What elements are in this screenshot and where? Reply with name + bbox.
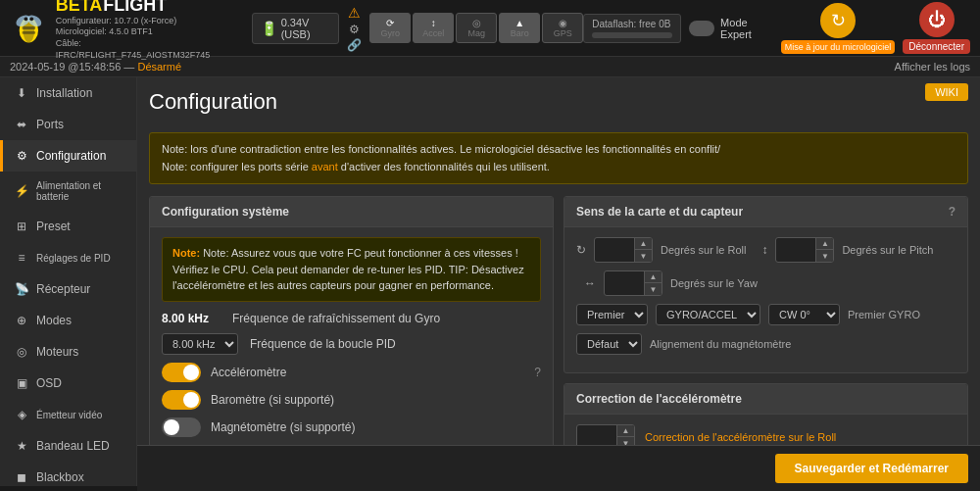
yaw-spinner-btns: ▲ ▼: [644, 271, 662, 295]
sidebar-item-pid[interactable]: ≡ Réglages de PID: [0, 242, 136, 273]
sens-select1[interactable]: Premier: [576, 304, 648, 325]
section-system-config: Configuration système Note: Note: Assure…: [149, 196, 554, 456]
logo-sub3: Câble: IFRC/RFLIGHT_F745_AIOSTM32F745: [56, 38, 232, 61]
sidebar-item-installation[interactable]: ⬇ Installation: [0, 77, 136, 109]
topbar: BETA FLIGHT Configurateur: 10.7.0 (x-For…: [0, 0, 980, 57]
mode-expert: Mode Expert: [689, 17, 772, 40]
logo-beta: BETA: [56, 0, 103, 16]
pitch-down[interactable]: ▼: [815, 250, 833, 262]
sensor-gps[interactable]: ◉ GPS: [542, 13, 583, 43]
col-right: Sens de la carte et du capteur ? ↻ 0 ▲ ▼: [564, 196, 968, 486]
mag-toggle[interactable]: [162, 417, 201, 437]
sidebar-item-moteurs[interactable]: ◎ Moteurs: [0, 336, 136, 368]
sensor-accel[interactable]: ↕ Accel: [413, 13, 454, 43]
logo-text: BETA FLIGHT Configurateur: 10.7.0 (x-For…: [56, 0, 232, 61]
sidebar: ⬇ Installation ⬌ Ports ⚙ Configuration ⚡…: [0, 77, 137, 486]
sidebar-label-bandeau: Bandeau LED: [36, 439, 110, 453]
pitch-icon: ↕: [761, 243, 767, 257]
pitch-up[interactable]: ▲: [815, 238, 833, 250]
voltage-value: 0.34V (USB): [281, 17, 331, 40]
yaw-spinner: 0 ▲ ▼: [604, 270, 662, 296]
yaw-label: Degrés sur le Yaw: [670, 277, 758, 289]
accel-roll-input[interactable]: 0: [577, 428, 616, 446]
status-timestamp: 2024-05-19 @15:48:56 — Désarmé: [10, 61, 181, 73]
mag-select[interactable]: Défaut: [576, 333, 642, 355]
roll-input[interactable]: 0: [595, 241, 634, 259]
sensor-group: ⟳ Gyro ↕ Accel ◎ Mag ▲ Baro ◉ GPS: [369, 13, 583, 43]
sidebar-item-recepteur[interactable]: 📡 Récepteur: [0, 273, 136, 305]
sidebar-item-modes[interactable]: ⊕ Modes: [0, 305, 136, 336]
sidebar-label-pid: Réglages de PID: [36, 253, 111, 264]
pitch-spinner-btns: ▲ ▼: [815, 238, 833, 262]
sensor-gyro-icon: ⟳: [386, 18, 394, 28]
sidebar-label-configuration: Configuration: [36, 149, 106, 163]
sensor-gyro[interactable]: ⟳ Gyro: [369, 13, 411, 43]
yaw-down[interactable]: ▼: [644, 283, 662, 295]
bottombar: Sauvegarder et Redémarrer: [137, 445, 980, 491]
update-button[interactable]: Mise à jour du micrologiciel: [781, 40, 896, 54]
wiki-button[interactable]: WIKI: [925, 83, 968, 101]
baro-label: Baromètre (si supporté): [211, 393, 541, 407]
roll-up[interactable]: ▲: [634, 238, 652, 250]
ports-icon: ⬌: [15, 118, 28, 131]
accel-help-icon[interactable]: ?: [534, 366, 541, 379]
sidebar-label-moteurs: Moteurs: [36, 345, 78, 359]
pid-freq-select[interactable]: 8.00 kHz 4.00 kHz: [162, 333, 238, 355]
sensor-mag[interactable]: ◎ Mag: [456, 13, 497, 43]
two-col: Configuration système Note: Note: Assure…: [149, 196, 968, 486]
section-system-header: Configuration système: [150, 197, 553, 227]
sens-select3[interactable]: CW 0° CW 45° CW 90°: [768, 304, 840, 325]
sens-help-icon[interactable]: ?: [949, 205, 956, 219]
sensor-baro[interactable]: ▲ Baro: [499, 13, 540, 43]
sidebar-item-ports[interactable]: ⬌ Ports: [0, 109, 136, 140]
configuration-icon: ⚙: [15, 149, 28, 163]
sens-select2[interactable]: GYRO/ACCEL: [656, 304, 760, 325]
topbar-right: Dataflash: free 0B Mode Expert ↻ Mise à …: [583, 2, 970, 54]
roll-down[interactable]: ▼: [634, 250, 652, 262]
pid-icon: ≡: [15, 251, 28, 265]
sidebar-label-modes: Modes: [36, 314, 72, 327]
modes-icon: ⊕: [15, 314, 28, 327]
sidebar-item-osd[interactable]: ▣ OSD: [0, 368, 136, 399]
save-restart-button[interactable]: Sauvegarder et Redémarrer: [775, 454, 968, 483]
preset-icon: ⊞: [15, 220, 28, 233]
alert-line1: Note: lors d'une contradiction entre les…: [162, 141, 956, 159]
pitch-spinner: 0 ▲ ▼: [775, 237, 834, 263]
roll-icon: ↻: [576, 243, 586, 257]
baro-toggle-row: Baromètre (si supporté): [162, 390, 541, 410]
battery-icon: 🔋: [261, 21, 277, 36]
accel-toggle[interactable]: [162, 363, 201, 382]
sidebar-item-emetteur[interactable]: ◈ Émetteur vidéo: [0, 399, 136, 430]
sidebar-item-configuration[interactable]: ⚙ Configuration: [0, 140, 136, 172]
baro-toggle[interactable]: [162, 390, 201, 410]
system-warning-text: Note: Assurez vous que votre FC peut fon…: [172, 247, 524, 291]
yaw-icon: ↔: [584, 276, 596, 290]
topbar-middle: 🔋 0.34V (USB) ⚠ ⚙ 🔗 ⟳ Gyro ↕ Accel ◎ Mag…: [252, 5, 584, 52]
sidebar-item-alimentation[interactable]: ⚡ Alimentation et batterie: [0, 172, 136, 211]
logs-link[interactable]: Afficher les logs: [895, 61, 970, 73]
page-title: Configuration: [149, 89, 277, 115]
gyro-freq-row: 8.00 kHz Fréquence de rafraîchissement d…: [162, 312, 541, 325]
gyro-freq-val: 8.00 kHz: [162, 312, 220, 325]
yaw-up[interactable]: ▲: [644, 271, 662, 283]
section-system-body: Note: Note: Assurez vous que votre FC pe…: [150, 227, 553, 455]
yaw-input[interactable]: 0: [605, 274, 644, 292]
system-warning-box: Note: Note: Assurez vous que votre FC pe…: [162, 237, 541, 302]
sensor-gps-icon: ◉: [559, 18, 567, 28]
sensor-baro-icon: ▲: [514, 18, 524, 28]
sidebar-label-preset: Preset: [36, 220, 71, 233]
sidebar-item-preset[interactable]: ⊞ Preset: [0, 211, 136, 242]
mode-expert-toggle[interactable]: [689, 21, 714, 36]
sidebar-item-bandeau[interactable]: ★ Bandeau LED: [0, 430, 136, 462]
accel-roll-up[interactable]: ▲: [616, 425, 634, 437]
voltage-box: 🔋 0.34V (USB): [252, 13, 340, 44]
pitch-input[interactable]: 0: [776, 241, 815, 259]
sidebar-item-blackbox[interactable]: ◼ Blackbox: [0, 462, 136, 486]
accel-roll-link: Roll: [817, 431, 836, 443]
accel-toggle-row: Accéléromètre ?: [162, 363, 541, 382]
svg-point-7: [29, 17, 33, 21]
installation-icon: ⬇: [15, 86, 28, 100]
alert-avant-link[interactable]: avant: [312, 161, 338, 172]
disconnect-button[interactable]: Déconnecter: [903, 39, 970, 54]
osd-icon: ▣: [15, 376, 28, 390]
